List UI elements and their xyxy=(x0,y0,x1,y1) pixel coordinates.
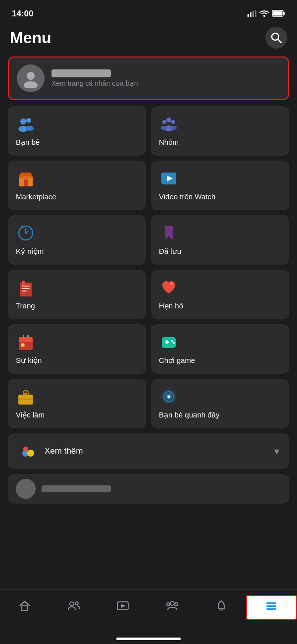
see-more-label: Xem thêm xyxy=(45,446,83,456)
svg-rect-64 xyxy=(266,602,276,604)
menu-item-pages[interactable]: Trang xyxy=(8,270,146,319)
partial-text xyxy=(42,485,111,492)
wifi-icon xyxy=(259,10,269,18)
nav-groups-icon xyxy=(165,599,179,616)
svg-rect-37 xyxy=(23,335,24,339)
status-icons xyxy=(248,10,285,18)
dating-icon xyxy=(159,278,179,297)
svg-point-27 xyxy=(25,232,27,234)
signal-icon xyxy=(248,10,256,18)
partial-avatar xyxy=(16,479,36,499)
menu-item-saved[interactable]: Đã lưu xyxy=(151,215,289,265)
watch-label: Video trên Watch xyxy=(159,192,281,201)
nav-item-notifications[interactable] xyxy=(197,595,246,620)
svg-point-33 xyxy=(170,282,173,285)
svg-rect-47 xyxy=(24,393,27,395)
menu-grid: Bạn bè Nhóm Marketplace xyxy=(0,106,297,428)
svg-point-15 xyxy=(26,126,34,131)
avatar xyxy=(17,64,45,92)
nav-item-menu[interactable] xyxy=(246,595,297,620)
svg-point-16 xyxy=(166,117,171,122)
svg-rect-66 xyxy=(266,608,276,610)
svg-point-58 xyxy=(75,602,78,605)
pages-label: Trang xyxy=(16,301,138,310)
see-more-section[interactable]: Xem thêm ▾ xyxy=(8,433,289,469)
svg-rect-38 xyxy=(27,335,29,339)
svg-rect-3 xyxy=(255,10,256,17)
events-label: Sự kiện xyxy=(16,356,138,365)
profile-section[interactable]: Xem trang cá nhân của bạn xyxy=(8,57,289,100)
dating-label: Hẹn hò xyxy=(159,301,281,310)
friends-label: Bạn bè xyxy=(16,138,138,147)
svg-point-63 xyxy=(175,603,178,606)
svg-point-61 xyxy=(170,601,174,605)
friends-icon xyxy=(16,114,36,134)
svg-point-17 xyxy=(162,120,166,124)
see-more-icon xyxy=(18,441,38,461)
svg-rect-36 xyxy=(19,340,33,342)
svg-point-4 xyxy=(263,15,265,17)
menu-item-dating[interactable]: Hẹn hò xyxy=(151,270,289,319)
svg-rect-28 xyxy=(20,283,32,296)
nav-item-home[interactable] xyxy=(0,595,49,620)
svg-rect-6 xyxy=(283,12,285,15)
menu-item-memory[interactable]: Kỷ niệm xyxy=(8,215,146,265)
status-time: 14:00 xyxy=(12,9,33,19)
svg-point-13 xyxy=(26,118,31,123)
svg-point-44 xyxy=(171,340,173,342)
status-bar: 14:00 xyxy=(0,0,297,25)
svg-rect-48 xyxy=(18,399,33,400)
memory-label: Kỷ niệm xyxy=(16,247,138,256)
nav-item-groups[interactable] xyxy=(148,595,197,620)
svg-point-55 xyxy=(23,447,28,452)
menu-item-nearby[interactable]: Bạn bè quanh đây xyxy=(151,379,289,428)
see-more-left: Xem thêm xyxy=(18,441,83,461)
svg-rect-30 xyxy=(22,286,30,287)
saved-icon xyxy=(159,223,179,243)
menu-item-gaming[interactable]: Chơi game xyxy=(151,324,289,374)
search-button[interactable] xyxy=(265,27,287,49)
marketplace-icon xyxy=(16,169,36,188)
menu-item-friends[interactable]: Bạn bè xyxy=(8,106,146,156)
svg-rect-56 xyxy=(22,606,28,611)
nav-bell-icon xyxy=(214,599,228,616)
svg-point-18 xyxy=(171,120,175,124)
svg-point-45 xyxy=(173,342,175,344)
home-indicator xyxy=(116,638,181,640)
nav-item-friends[interactable] xyxy=(49,595,98,620)
svg-rect-43 xyxy=(166,340,168,344)
menu-item-marketplace[interactable]: Marketplace xyxy=(8,161,146,210)
battery-icon xyxy=(272,10,285,18)
gaming-label: Chơi game xyxy=(159,356,281,365)
watch-icon xyxy=(159,169,179,188)
partial-row xyxy=(8,474,289,504)
jobs-label: Việc làm xyxy=(16,410,138,419)
nav-friends-icon xyxy=(67,599,81,616)
pages-icon xyxy=(16,278,36,297)
menu-item-groups[interactable]: Nhóm xyxy=(151,106,289,156)
svg-rect-31 xyxy=(22,288,30,289)
chevron-down-icon: ▾ xyxy=(274,445,279,457)
svg-point-21 xyxy=(171,126,177,130)
svg-marker-60 xyxy=(121,604,126,608)
svg-rect-65 xyxy=(266,605,276,607)
nav-item-watch[interactable] xyxy=(99,595,148,620)
nav-menu-icon xyxy=(264,599,278,616)
svg-rect-2 xyxy=(252,11,254,17)
menu-item-watch[interactable]: Video trên Watch xyxy=(151,161,289,210)
menu-item-events[interactable]: Sự kiện xyxy=(8,324,146,374)
svg-point-10 xyxy=(27,72,35,80)
page-title: Menu xyxy=(10,29,51,47)
svg-point-11 xyxy=(24,81,38,88)
gaming-icon xyxy=(159,332,179,352)
home-icon xyxy=(18,599,32,616)
marketplace-label: Marketplace xyxy=(16,192,138,201)
svg-point-12 xyxy=(20,118,26,124)
svg-rect-7 xyxy=(273,11,283,15)
svg-point-20 xyxy=(161,126,167,130)
svg-rect-23 xyxy=(24,179,28,186)
menu-item-jobs[interactable]: Việc làm xyxy=(8,379,146,428)
svg-line-9 xyxy=(278,40,282,43)
svg-point-54 xyxy=(27,450,34,457)
groups-icon xyxy=(159,114,179,134)
